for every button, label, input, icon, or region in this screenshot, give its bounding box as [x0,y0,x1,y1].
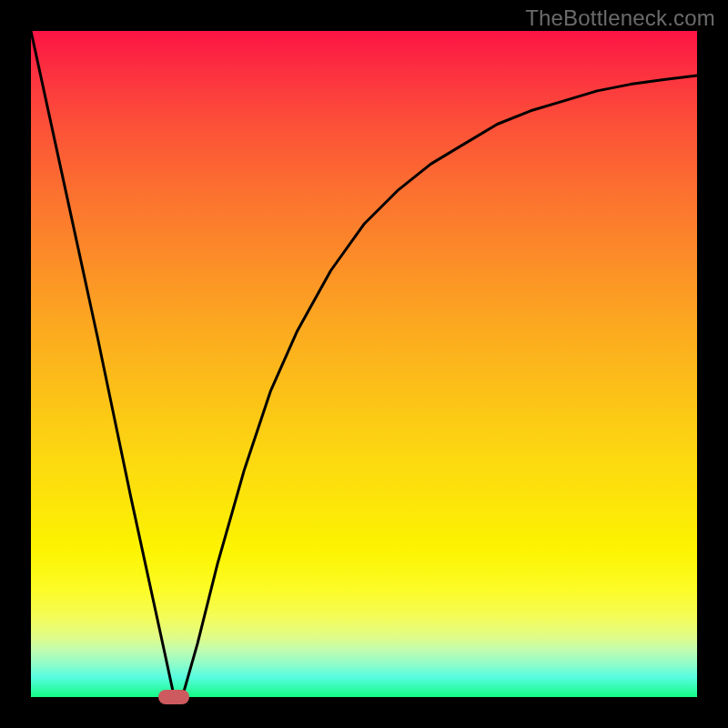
bottleneck-curve [31,31,697,697]
chart-frame: TheBottleneck.com [0,0,728,728]
plot-area [31,31,697,697]
minimum-marker [158,690,189,704]
watermark-text: TheBottleneck.com [525,5,715,31]
curve-svg [31,31,697,697]
